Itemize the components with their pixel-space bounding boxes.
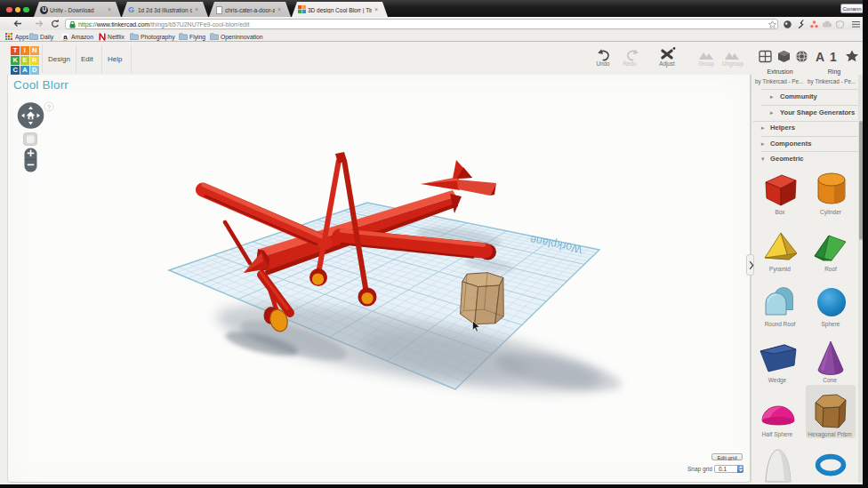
svg-text:?: ? [47, 104, 51, 110]
svg-text:1: 1 [830, 50, 837, 64]
svg-text:A: A [816, 50, 824, 64]
